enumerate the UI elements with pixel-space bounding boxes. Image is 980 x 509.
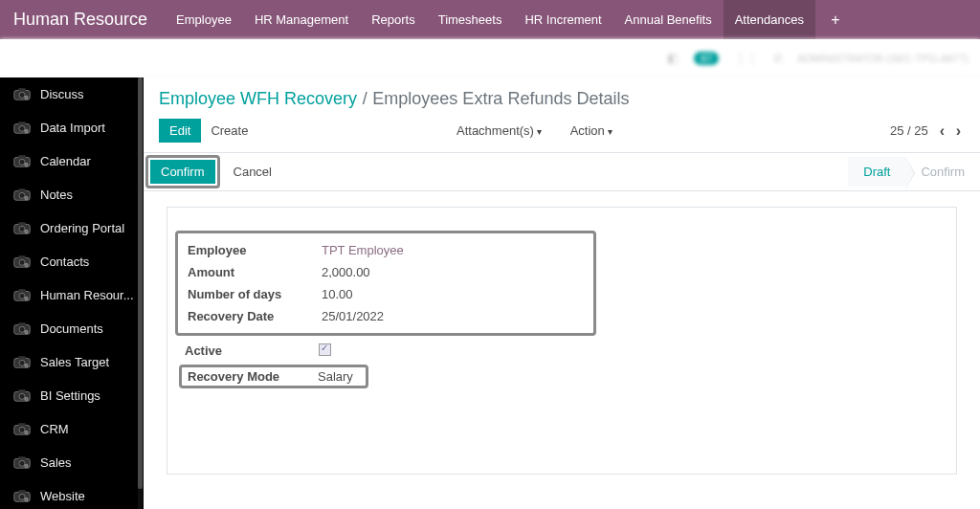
sidebar-item-bi-settings[interactable]: BI Settings [0,379,144,412]
sidebar-item-ordering-portal[interactable]: Ordering Portal [0,211,144,245]
sidebar-item-label: Discuss [40,87,84,101]
camera-icon [13,122,31,135]
pager-next-icon[interactable]: › [952,122,965,139]
sidebar-item-crm[interactable]: CRM [0,412,144,446]
top-nav: Employee HR Management Reports Timesheet… [165,0,815,39]
svg-rect-22 [18,255,26,259]
pager-prev-icon[interactable]: ‹ [936,122,948,139]
breadcrumb-current: Employees Extra Refunds Details [372,89,629,108]
field-employee: Employee TPT Employee [182,239,590,261]
systray: ◧ 87 ⋮⋮ ⎚ ADMINISTRATOR (SEC-TPG-A877) [0,39,980,77]
svg-point-41 [19,427,25,432]
svg-rect-18 [18,222,26,226]
nav-timesheets[interactable]: Timesheets [427,0,514,39]
svg-point-31 [25,330,28,333]
nav-reports[interactable]: Reports [360,0,427,39]
svg-point-43 [25,431,28,433]
user-menu[interactable]: ADMINISTRATOR (SEC-TPG-A877) [797,53,969,64]
sidebar-item-label: Ordering Portal [40,221,124,235]
create-button[interactable]: Create [201,120,257,142]
svg-point-15 [25,196,28,199]
nav-attendances[interactable]: Attendances [724,0,815,39]
amount-value: 2,000.00 [322,265,370,279]
svg-rect-50 [18,490,26,494]
svg-rect-46 [18,456,26,460]
svg-point-25 [19,293,25,299]
svg-point-19 [25,230,28,232]
camera-icon [13,456,31,470]
breadcrumb: Employee WFH Recovery / Employees Extra … [144,77,980,113]
svg-point-3 [25,96,28,99]
nav-annual-benefits[interactable]: Annual Benefits [613,0,724,39]
field-days: Number of days 10.00 [182,283,590,305]
app-brand: Human Resource [0,10,165,30]
employee-label: Employee [188,243,322,257]
edit-button[interactable]: Edit [159,119,201,143]
sidebar-item-documents[interactable]: Documents [0,312,144,345]
svg-point-5 [19,125,25,131]
svg-point-47 [25,464,28,467]
nav-add-icon[interactable]: + [815,0,856,39]
action-dropdown[interactable]: Action [561,120,622,142]
active-label: Active [185,343,319,359]
control-panel: Edit Create Attachment(s) Action 25 / 25… [144,113,980,153]
employee-value[interactable]: TPT Employee [322,243,404,257]
sidebar-item-data-import[interactable]: Data Import [0,111,144,144]
svg-rect-30 [18,322,26,326]
camera-icon [13,188,31,202]
stage-draft[interactable]: Draft [848,157,905,187]
form-sheet: Employee TPT Employee Amount 2,000.00 Nu… [167,207,957,475]
scrollbar-thumb[interactable] [138,77,143,489]
nav-hr-management[interactable]: HR Management [243,0,360,39]
sidebar-item-label: Data Import [40,121,105,135]
grid-icon[interactable]: ⋮⋮ [734,51,759,65]
mode-value: Salary [318,369,353,384]
svg-point-1 [19,92,25,98]
date-label: Recovery Date [188,309,322,323]
field-recovery-mode: Recovery Mode Salary [175,363,596,388]
svg-rect-42 [18,423,26,427]
sidebar-item-notes[interactable]: Notes [0,178,144,211]
attachments-dropdown[interactable]: Attachment(s) [447,120,551,142]
svg-point-45 [19,460,25,466]
nav-hr-increment[interactable]: HR Increment [513,0,612,39]
svg-point-39 [25,397,28,400]
svg-rect-2 [18,88,26,92]
sidebar-item-human-resource[interactable]: Human Resour... [0,278,144,312]
sidebar-item-sales-target[interactable]: Sales Target [0,345,144,379]
mode-highlight: Recovery Mode Salary [179,365,368,388]
camera-icon [13,222,31,235]
active-checkbox[interactable] [319,343,331,356]
camera-icon [13,155,31,168]
breadcrumb-sep: / [361,89,369,108]
sidebar-item-sales[interactable]: Sales [0,446,144,479]
svg-point-27 [25,297,28,299]
svg-rect-34 [18,356,26,360]
sidebar-item-discuss[interactable]: Discuss [0,77,144,111]
stage-confirm[interactable]: Confirm [905,157,980,187]
svg-point-17 [19,226,25,232]
breadcrumb-root[interactable]: Employee WFH Recovery [159,89,357,108]
svg-rect-26 [18,289,26,293]
field-group-highlight: Employee TPT Employee Amount 2,000.00 Nu… [175,231,596,336]
camera-icon [13,356,31,369]
svg-point-51 [25,498,28,500]
sidebar-item-label: Sales Target [40,355,109,369]
svg-rect-6 [18,122,26,125]
svg-point-21 [19,259,25,265]
svg-rect-38 [18,389,26,393]
activity-icon[interactable]: ◧ [667,51,679,65]
amount-label: Amount [188,265,322,279]
nav-employee[interactable]: Employee [165,0,243,39]
camera-icon[interactable]: ⎚ [774,51,782,65]
messaging-badge[interactable]: 87 [694,52,719,65]
app-sidebar: Discuss Data Import Calendar Notes Order… [0,77,144,509]
camera-icon [13,88,31,101]
cancel-button[interactable]: Cancel [224,161,281,183]
svg-point-49 [19,494,25,499]
sidebar-item-contacts[interactable]: Contacts [0,245,144,278]
sidebar-item-website[interactable]: Website [0,479,144,509]
confirm-button[interactable]: Confirm [150,160,215,184]
sidebar-item-calendar[interactable]: Calendar [0,144,144,178]
camera-icon [13,322,31,336]
